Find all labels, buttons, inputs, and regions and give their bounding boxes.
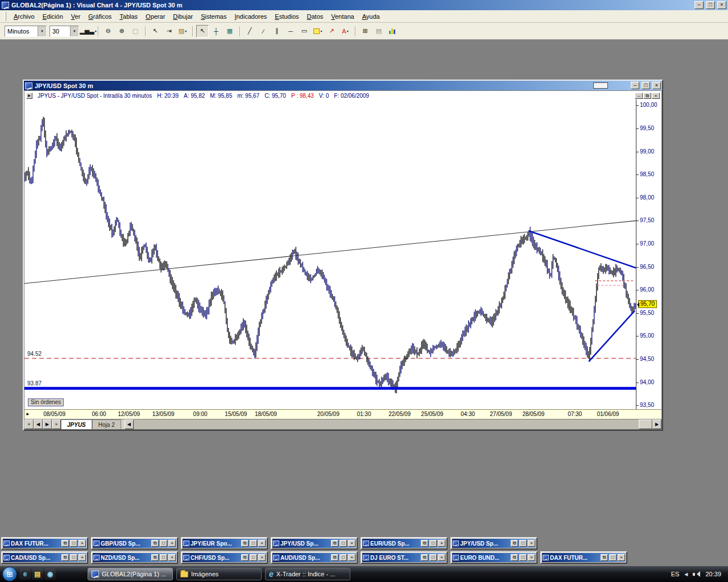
close-button[interactable]: × bbox=[438, 540, 445, 547]
restore-button[interactable]: ⧉ bbox=[421, 554, 428, 561]
task-button-global2-pagina-1[interactable]: GLOBAL2(Página 1) ... bbox=[88, 568, 173, 580]
task-button-imagenes[interactable]: Imágenes bbox=[176, 568, 262, 580]
doc-restore-button[interactable]: ⧉ bbox=[643, 93, 651, 99]
restore-button[interactable]: ⧉ bbox=[421, 540, 428, 547]
close-button[interactable]: × bbox=[348, 540, 355, 547]
data-window-button[interactable]: ▦ bbox=[224, 25, 236, 38]
minimized-window-jpy-eur-spo-2[interactable]: JPY/EUR Spo...⧉□× bbox=[181, 537, 268, 550]
close-button[interactable]: × bbox=[618, 554, 625, 561]
restore-zoom-button[interactable]: ▢ bbox=[129, 25, 142, 38]
properties-button[interactable]: ▤ bbox=[373, 25, 385, 38]
horizontal-scrollbar[interactable]: ◀▶ bbox=[125, 419, 661, 429]
maximize-button[interactable]: □ bbox=[519, 554, 527, 561]
menu-estudios[interactable]: Estudios bbox=[271, 11, 303, 22]
menu-dibujar[interactable]: Dibujar bbox=[169, 11, 197, 22]
chart-window-titlebar[interactable]: JPY/USD Spot 30 m – □ × bbox=[24, 81, 662, 90]
chart-type-button[interactable]: ▂▅▃▾ bbox=[82, 25, 94, 38]
minimized-window-eur-usd-sp-4[interactable]: EUR/USD Sp...⧉□× bbox=[361, 537, 448, 550]
close-button[interactable]: × bbox=[348, 554, 355, 561]
plot-area[interactable]: 94.52 93.87 Sin órdenes bbox=[24, 99, 636, 409]
close-button[interactable]: × bbox=[168, 554, 176, 561]
maximize-button[interactable]: □ bbox=[519, 540, 527, 547]
restore-button[interactable]: ⧉ bbox=[511, 540, 518, 547]
hscroll-track[interactable] bbox=[134, 419, 652, 429]
period-combo[interactable]: Minutos▼ bbox=[5, 26, 47, 37]
restore-button[interactable]: ⧉ bbox=[601, 554, 608, 561]
menu-ayuda[interactable]: Ayuda bbox=[358, 11, 384, 22]
internet-explorer-icon[interactable]: e bbox=[19, 568, 31, 580]
chevron-down-icon[interactable]: ▼ bbox=[70, 26, 78, 36]
restore-button[interactable]: ⧉ bbox=[331, 554, 338, 561]
minimize-button[interactable]: – bbox=[694, 1, 704, 9]
tab-last-button[interactable]: » bbox=[52, 419, 61, 429]
hscroll-left-button[interactable]: ◀ bbox=[125, 419, 134, 429]
price-axis[interactable]: 95,70 100,0099,5099,0098,5098,0097,5097,… bbox=[636, 99, 661, 409]
restore-button[interactable]: ⧉ bbox=[151, 540, 159, 547]
minimized-window-chf-usd-sp-2[interactable]: CHF/USD Sp...⧉□× bbox=[181, 551, 268, 564]
minimized-window-jpy-usd-sp-3[interactable]: JPY/USD Sp...⧉□× bbox=[271, 537, 358, 550]
menu-edicion[interactable]: Edición bbox=[39, 11, 67, 22]
maximize-button[interactable]: □ bbox=[340, 540, 347, 547]
doc-close-button[interactable]: × bbox=[652, 93, 660, 99]
minimized-window-jpy-usd-sp-5[interactable]: JPY/USD Sp...⧉□× bbox=[450, 537, 537, 550]
maximize-button[interactable]: □ bbox=[160, 554, 167, 561]
menu-operar[interactable]: Operar bbox=[142, 11, 169, 22]
close-button[interactable]: × bbox=[528, 554, 535, 561]
rectangle-tool-button[interactable]: ▭ bbox=[298, 25, 311, 38]
task-button-x-trader-indice[interactable]: eX-Trader :: Indice - ... bbox=[265, 568, 350, 580]
restore-button[interactable]: ⧉ bbox=[151, 554, 159, 561]
menu-ver[interactable]: Ver bbox=[67, 11, 85, 22]
minimized-window-aud-usd-sp-3[interactable]: AUD/USD Sp...⧉□× bbox=[271, 551, 358, 564]
trend-line-long-ascending[interactable] bbox=[24, 221, 636, 283]
close-button[interactable]: × bbox=[168, 540, 176, 547]
tab-prev-button[interactable]: ◀ bbox=[34, 419, 43, 429]
restore-button[interactable]: ⧉ bbox=[241, 554, 249, 561]
maximize-button[interactable]: □ bbox=[706, 1, 715, 9]
zoom-out-button[interactable]: ⊖ bbox=[102, 25, 114, 38]
maximize-button[interactable]: □ bbox=[429, 540, 437, 547]
volume-button[interactable] bbox=[386, 25, 399, 38]
menu-datos[interactable]: Datos bbox=[303, 11, 328, 22]
minimized-window-gbp-usd-sp-1[interactable]: GBP/USD Sp...⧉□× bbox=[91, 537, 178, 550]
tab-next-button[interactable]: ▶ bbox=[43, 419, 52, 429]
maximize-button[interactable]: □ bbox=[340, 554, 347, 561]
chart-close-button[interactable]: × bbox=[652, 82, 661, 89]
zoom-in-button[interactable]: ⊕ bbox=[115, 25, 128, 38]
minimized-window-dj-euro-st-4[interactable]: DJ EURO ST...⧉□× bbox=[361, 551, 448, 564]
sheet-tab-jpyus[interactable]: JPYUS bbox=[61, 419, 92, 429]
close-button[interactable]: × bbox=[528, 540, 535, 547]
start-button[interactable]: ⊞ bbox=[2, 567, 17, 581]
restore-button[interactable]: ⧉ bbox=[511, 554, 518, 561]
hscroll-right-button[interactable]: ▶ bbox=[652, 419, 661, 429]
horizontal-line-button[interactable]: ─ bbox=[284, 25, 297, 38]
minimized-window-euro-bund-5[interactable]: EURO BUND...⧉□× bbox=[450, 551, 537, 564]
maximize-button[interactable]: □ bbox=[160, 540, 167, 547]
maximize-button[interactable]: □ bbox=[70, 540, 77, 547]
hscroll-thumb[interactable] bbox=[639, 419, 652, 429]
close-button[interactable]: × bbox=[78, 554, 86, 561]
shift-chart-button[interactable]: ⇥ bbox=[163, 25, 175, 38]
menu-ventana[interactable]: Ventana bbox=[327, 11, 358, 22]
maximize-button[interactable]: □ bbox=[609, 554, 617, 561]
maximize-button[interactable]: □ bbox=[429, 554, 437, 561]
close-button[interactable]: × bbox=[258, 540, 266, 547]
sheet-tab-hoja-2[interactable]: Hoja 2 bbox=[92, 419, 121, 429]
parallel-lines-button[interactable]: ∥ bbox=[271, 25, 283, 38]
fill-color-button[interactable]: ▨▾ bbox=[176, 25, 189, 38]
minimized-window-dax-futur-0[interactable]: DAX FUTUR...⧉□× bbox=[1, 537, 88, 550]
restore-button[interactable]: ⧉ bbox=[241, 540, 249, 547]
close-button[interactable]: × bbox=[438, 554, 445, 561]
volume-icon[interactable] bbox=[693, 571, 700, 577]
close-button[interactable]: × bbox=[78, 540, 86, 547]
chart-maximize-button[interactable]: □ bbox=[642, 82, 650, 89]
text-tool-button[interactable]: A▾ bbox=[339, 25, 351, 38]
time-axis[interactable]: ► 08/05/0906:0012/05/0913/05/0909:0015/0… bbox=[24, 409, 661, 419]
menu-tablas[interactable]: Tablas bbox=[115, 11, 142, 22]
maximize-button[interactable]: □ bbox=[250, 540, 257, 547]
trend-line-button[interactable]: ╱ bbox=[243, 25, 256, 38]
menu-sistemas[interactable]: Sistemas bbox=[197, 11, 230, 22]
hidden-icons-arrow[interactable]: ◀ bbox=[684, 572, 688, 577]
arrow-annotation-button[interactable]: ↗ bbox=[325, 25, 338, 38]
crosshair-tool-button[interactable]: ┼ bbox=[210, 25, 222, 38]
menu-indicadores[interactable]: Indicadores bbox=[230, 11, 271, 22]
